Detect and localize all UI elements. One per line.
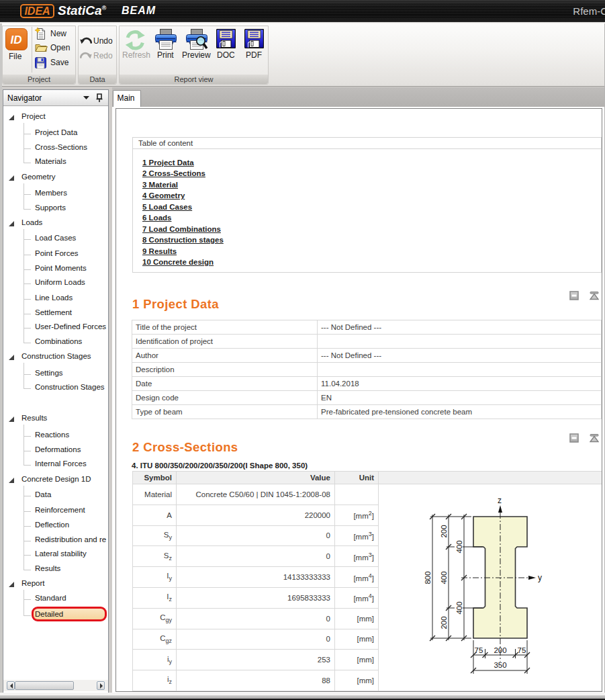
svg-text:350: 350 — [494, 661, 506, 669]
svg-text:400: 400 — [440, 571, 448, 584]
svg-text:200: 200 — [440, 616, 448, 629]
svg-text:800: 800 — [424, 571, 432, 584]
svg-text:400: 400 — [455, 540, 463, 553]
svg-text:y: y — [538, 573, 542, 582]
svg-text:400: 400 — [455, 601, 463, 614]
svg-text:200: 200 — [494, 646, 506, 654]
svg-text:75: 75 — [518, 646, 526, 654]
svg-text:200: 200 — [440, 525, 448, 537]
svg-text:ID: ID — [11, 34, 22, 46]
svg-text:z: z — [498, 496, 502, 505]
svg-text:75: 75 — [475, 646, 483, 654]
